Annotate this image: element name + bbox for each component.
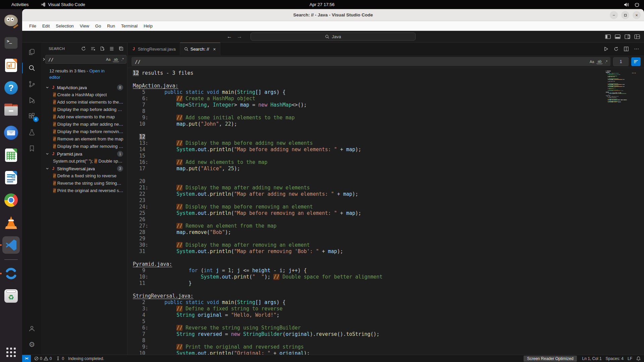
whole-word-toggle[interactable]: ab bbox=[113, 57, 119, 62]
query-more-actions-icon[interactable]: ⋯ bbox=[632, 70, 637, 75]
toggle-primary-sidebar-icon[interactable] bbox=[605, 34, 611, 39]
more-actions-icon[interactable]: ⋯ bbox=[634, 46, 639, 52]
dock-item-gimp[interactable] bbox=[2, 12, 20, 29]
split-editor-icon[interactable] bbox=[624, 47, 629, 51]
code-line[interactable]: 3: // Define a fixed string to reverse bbox=[127, 306, 644, 312]
result-file-header[interactable]: Pyramid.java: bbox=[127, 261, 644, 267]
activity-explorer[interactable] bbox=[22, 44, 42, 60]
search-result-row[interactable]: // Add some initial elements to the map bbox=[42, 99, 127, 106]
result-file-header[interactable]: StringReversal.java: bbox=[127, 293, 644, 299]
code-line[interactable]: 27: // Remove an element from the map bbox=[127, 223, 644, 229]
screen-reader-mode-badge[interactable]: Screen Reader Optimized bbox=[524, 356, 577, 362]
code-line[interactable]: 5 bbox=[127, 318, 644, 325]
clear-search-results-icon[interactable] bbox=[90, 45, 96, 52]
remote-indicator[interactable]: >< bbox=[22, 355, 31, 362]
code-line[interactable]: 13: // Display the map before adding new… bbox=[127, 140, 644, 146]
code-line[interactable] bbox=[127, 127, 644, 134]
dock-item-libreoffice-impress[interactable] bbox=[2, 57, 20, 74]
match-case-toggle[interactable]: Aa bbox=[105, 57, 111, 62]
code-line[interactable] bbox=[127, 287, 644, 293]
code-line[interactable] bbox=[127, 76, 644, 83]
cursor-position[interactable]: Ln 1, Col 1 bbox=[580, 355, 604, 362]
search-result-row[interactable]: // Display the map before adding new ele… bbox=[42, 106, 127, 113]
search-file-row[interactable]: JStringReversal.java3 bbox=[42, 165, 127, 172]
power-icon[interactable] bbox=[635, 2, 639, 7]
focused-app-indicator[interactable]: Visual Studio Code bbox=[41, 2, 85, 7]
code-line[interactable]: 12 results - 3 files bbox=[127, 70, 644, 76]
menu-go[interactable]: Go bbox=[92, 22, 104, 30]
open-new-search-editor-icon[interactable] bbox=[99, 45, 106, 52]
code-line[interactable]: 2 public static void main(String[] args)… bbox=[127, 299, 644, 306]
dock-item-google-chrome[interactable] bbox=[2, 191, 20, 209]
search-result-row[interactable]: // Add new elements to the map bbox=[42, 113, 127, 121]
menu-view[interactable]: View bbox=[77, 22, 92, 30]
collapse-all-icon[interactable] bbox=[118, 45, 124, 52]
clock[interactable]: Apr 27 17:56 bbox=[310, 2, 334, 7]
settings-button[interactable]: ⚙ bbox=[22, 337, 42, 353]
eol-status[interactable]: LF bbox=[626, 355, 634, 362]
whole-word-toggle[interactable]: ab bbox=[596, 59, 602, 64]
code-line[interactable]: 6: // Reverse the string using StringBui… bbox=[127, 325, 644, 331]
search-input[interactable] bbox=[48, 57, 105, 62]
code-line[interactable]: 23 bbox=[127, 197, 644, 204]
code-line[interactable]: 5 public static void main(String[] args)… bbox=[127, 89, 644, 96]
dock-item-libreoffice-calc[interactable] bbox=[2, 146, 20, 164]
search-result-row[interactable]: // Reverse the string using StringBuilde… bbox=[42, 180, 127, 187]
menu-run[interactable]: Run bbox=[104, 22, 118, 30]
code-line[interactable]: 9: // Print the original and reversed st… bbox=[127, 344, 644, 350]
minimize-button[interactable]: − bbox=[610, 11, 618, 19]
problems-status[interactable]: 0 0 bbox=[32, 355, 54, 362]
code-line[interactable]: 21: // Display the map after adding new … bbox=[127, 185, 644, 191]
regex-toggle[interactable]: .* bbox=[604, 59, 608, 64]
search-editor-content[interactable]: 12 results - 3 filesMapAction.java:5 pub… bbox=[127, 68, 644, 355]
minimap[interactable] bbox=[606, 71, 639, 102]
code-line[interactable]: 10 map.put("John", 22); bbox=[127, 121, 644, 127]
activity-source-control[interactable] bbox=[22, 76, 42, 92]
dock-item-thunderbird[interactable] bbox=[2, 124, 20, 141]
activity-extensions[interactable]: 4 bbox=[22, 108, 42, 124]
activity-bookmarks[interactable] bbox=[22, 140, 42, 157]
search-result-row[interactable]: // Display the map before removing an el… bbox=[42, 128, 127, 135]
code-line[interactable]: 16: // Add new elements to the map bbox=[127, 159, 644, 166]
dock-item-files[interactable] bbox=[2, 102, 20, 119]
show-applications-button[interactable] bbox=[6, 348, 16, 357]
window-titlebar[interactable]: Search: // - Java - Visual Studio Code −… bbox=[22, 9, 644, 21]
activity-testing[interactable] bbox=[22, 124, 42, 140]
toggle-search-details-button[interactable] bbox=[631, 57, 641, 66]
search-file-row[interactable]: JMapAction.java8 bbox=[42, 84, 127, 91]
toggle-panel-icon[interactable] bbox=[615, 34, 621, 39]
code-line[interactable]: 29 bbox=[127, 236, 644, 242]
menu-terminal[interactable]: Terminal bbox=[118, 22, 141, 30]
close-button[interactable]: × bbox=[633, 11, 641, 19]
toggle-replace-button[interactable] bbox=[43, 58, 45, 61]
tab-stringreversal-java[interactable]: JStringReversal.java bbox=[127, 43, 180, 55]
code-line[interactable]: 28 map.remove("Bob"); bbox=[127, 229, 644, 236]
indentation-status[interactable]: Spaces: 4 bbox=[604, 355, 626, 362]
search-result-row[interactable]: // Create a HashMap object bbox=[42, 91, 127, 99]
code-line[interactable]: 20 bbox=[127, 178, 644, 185]
code-line[interactable]: 9: // Add some initial elements to the m… bbox=[127, 115, 644, 121]
dock-item-trash[interactable]: ♻ bbox=[2, 287, 20, 305]
dock-item-vlc[interactable] bbox=[2, 214, 20, 231]
notifications-bell-icon[interactable] bbox=[634, 355, 644, 362]
code-line[interactable]: 17 map.put("Alice", 25); bbox=[127, 166, 644, 172]
accounts-button[interactable] bbox=[22, 320, 42, 337]
navigate-back-button[interactable]: ← bbox=[227, 34, 232, 40]
search-again-icon[interactable] bbox=[614, 47, 619, 51]
command-center-search[interactable]: Java bbox=[251, 33, 416, 41]
code-line[interactable]: 25 System.out.println("Map before removi… bbox=[127, 210, 644, 217]
ports-status[interactable]: 0 bbox=[54, 355, 66, 362]
maximize-button[interactable] bbox=[621, 11, 629, 19]
code-line[interactable]: 8 bbox=[127, 338, 644, 344]
customize-layout-icon[interactable] bbox=[634, 34, 640, 39]
code-line[interactable]: 10 System.out.println("Original: " + ori… bbox=[127, 350, 644, 355]
menu-selection[interactable]: Selection bbox=[53, 22, 76, 30]
code-line[interactable]: 26 bbox=[127, 217, 644, 223]
regex-toggle[interactable]: .* bbox=[120, 57, 125, 62]
dock-item-help[interactable]: ? bbox=[2, 79, 20, 97]
code-line[interactable]: 11 } bbox=[127, 280, 644, 287]
activity-run-debug[interactable] bbox=[22, 92, 42, 108]
match-case-toggle[interactable]: Aa bbox=[589, 59, 595, 64]
code-line[interactable]: 8 bbox=[127, 108, 644, 115]
search-result-row[interactable]: // Display the map after adding new elem… bbox=[42, 121, 127, 128]
